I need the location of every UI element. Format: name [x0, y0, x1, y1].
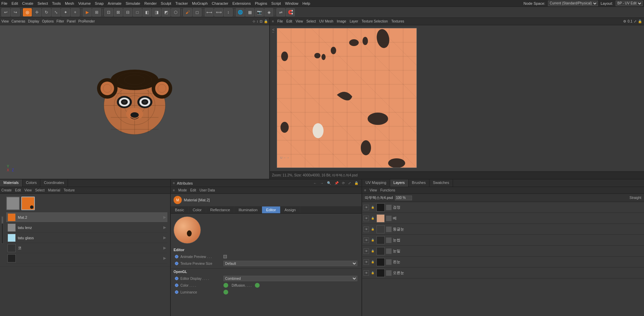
- attr-tab-reflectance[interactable]: Reflectance: [206, 206, 234, 213]
- opacity-input[interactable]: [395, 196, 412, 200]
- cam-btn[interactable]: 📷: [255, 8, 264, 16]
- layer-item-doongleun[interactable]: 👁 🔒 둥글눈: [362, 224, 644, 235]
- tab-coordinates[interactable]: Coordinates: [40, 179, 68, 187]
- scale-tool-button[interactable]: ⤡: [52, 8, 60, 16]
- uv-menu-view[interactable]: View: [296, 19, 303, 23]
- uv-menu-edit[interactable]: Edit: [286, 19, 292, 23]
- layer-item-noonmil[interactable]: 👁 🔒 눈밑: [362, 246, 644, 257]
- attr-tab-assign[interactable]: Assign: [280, 206, 300, 213]
- vp-menu-panel[interactable]: Panel: [67, 19, 76, 23]
- vp-menu-display[interactable]: Display: [28, 19, 39, 23]
- attr-nav-fwd[interactable]: →: [319, 181, 325, 185]
- attr-menu-edit[interactable]: Edit: [190, 188, 196, 192]
- layer-vis-btn-5[interactable]: 👁: [364, 248, 369, 254]
- texture-preview-select[interactable]: Default: [223, 261, 357, 266]
- uv-btn-5[interactable]: ◧: [142, 8, 151, 16]
- vp-menu-filter[interactable]: Filter: [56, 19, 64, 23]
- attr-nav-maximize[interactable]: ⤢: [347, 181, 352, 185]
- menu-tracker[interactable]: Tracker: [175, 1, 188, 5]
- menu-sculpt[interactable]: Sculpt: [161, 1, 172, 5]
- vp-menu-prorender[interactable]: ProRender: [78, 19, 95, 23]
- mat-menu-material[interactable]: Material: [48, 188, 60, 192]
- uv-icon-settings[interactable]: ⚙: [623, 19, 626, 23]
- rotate-tool-button[interactable]: ↻: [42, 8, 51, 16]
- vp-menu-view[interactable]: View: [1, 19, 9, 23]
- animate-preview-radio[interactable]: [175, 255, 178, 258]
- redo-button[interactable]: ↪: [11, 8, 20, 16]
- transform-z-btn[interactable]: ↕: [224, 8, 233, 16]
- layers-menu-view[interactable]: View: [370, 188, 377, 192]
- attr-tab-basic[interactable]: Basic: [171, 206, 189, 213]
- menu-plugins[interactable]: Plugins: [255, 1, 267, 5]
- uv-btn-1[interactable]: ⊡: [104, 8, 113, 16]
- color-radio[interactable]: [175, 284, 178, 287]
- menu-mesh[interactable]: Mesh: [65, 1, 74, 5]
- layer-item-geomjeong[interactable]: 👁 🔒 검정: [362, 202, 644, 213]
- select-tool-button[interactable]: ◎: [23, 8, 32, 16]
- snap-btn[interactable]: 🧲: [286, 8, 295, 16]
- tab-brushes[interactable]: Brushes: [409, 179, 429, 187]
- world-btn[interactable]: 🌐: [236, 8, 245, 16]
- menu-window[interactable]: Window: [285, 1, 298, 5]
- eraser-btn[interactable]: ◻: [193, 8, 202, 16]
- layers-menu-functions[interactable]: Functions: [380, 188, 395, 192]
- tab-layers[interactable]: Layers: [390, 179, 409, 187]
- uv-btn-8[interactable]: ⬡: [171, 8, 180, 16]
- attr-menu-userdata[interactable]: User Data: [200, 188, 215, 192]
- uv-icon-expand[interactable]: ⤢: [634, 19, 636, 23]
- viewport-content[interactable]: Y X Z: [0, 25, 269, 179]
- mat-menu-create[interactable]: Create: [1, 188, 12, 192]
- menu-create[interactable]: Create: [22, 1, 33, 5]
- animate-preview-checkbox[interactable]: [223, 255, 227, 258]
- luminance-dot[interactable]: [223, 290, 228, 295]
- layer-vis-btn-4[interactable]: 👁: [364, 238, 369, 243]
- layer-item-wennoon[interactable]: 👁 🔒 왼눈: [362, 257, 644, 268]
- paint-btn[interactable]: 🖌: [183, 8, 192, 16]
- mat-menu-edit[interactable]: Edit: [15, 188, 21, 192]
- node-space-select[interactable]: Current (Standard/Physical): [548, 1, 598, 6]
- uv-icon-lock[interactable]: 🔒: [638, 19, 642, 23]
- texture-preview-radio[interactable]: [175, 262, 178, 265]
- undo-button[interactable]: ↩: [1, 8, 10, 16]
- layer-lock-btn-1[interactable]: 🔒: [370, 205, 375, 210]
- menu-select[interactable]: Select: [38, 1, 48, 5]
- vp-icon-lock[interactable]: 🔒: [264, 19, 268, 23]
- color-dot[interactable]: [223, 283, 228, 288]
- layer-vis-btn-7[interactable]: 👁: [364, 270, 369, 276]
- vp-icon-1[interactable]: ⊹: [252, 19, 255, 23]
- menu-animate[interactable]: Animate: [108, 1, 121, 5]
- attr-tab-editor[interactable]: Editor: [262, 206, 280, 213]
- material-item-tatu-glass[interactable]: tatu glass ▶: [6, 233, 167, 243]
- attr-nav-back[interactable]: ←: [312, 181, 318, 185]
- material-item-tatu-lenz[interactable]: tatu lenz ▶: [6, 222, 167, 233]
- layer-lock-btn-4[interactable]: 🔒: [370, 238, 375, 243]
- sym-btn[interactable]: ⇌: [276, 8, 285, 16]
- uv-menu-file[interactable]: File: [277, 19, 283, 23]
- material-item-ko[interactable]: 코 ▶: [6, 243, 167, 253]
- layer-lock-btn-5[interactable]: 🔒: [370, 249, 375, 254]
- attr-menu-mode[interactable]: Mode: [178, 188, 187, 192]
- diffusion-dot[interactable]: [255, 283, 260, 288]
- material-item-mat2[interactable]: Mat.2 ▶: [6, 212, 167, 222]
- menu-help[interactable]: Help: [302, 1, 310, 5]
- layer-item-oreunnoon[interactable]: 👁 🔒 오른눈: [362, 268, 644, 278]
- menu-volume[interactable]: Volume: [78, 1, 91, 5]
- menu-tools[interactable]: Tools: [52, 1, 61, 5]
- uv-btn-7[interactable]: ◩: [162, 8, 170, 16]
- menu-mograph[interactable]: MoGraph: [192, 1, 208, 5]
- mat-menu-select[interactable]: Select: [35, 188, 45, 192]
- layer-vis-btn-1[interactable]: 👁: [364, 205, 369, 210]
- attr-tab-illumination[interactable]: Illumination: [234, 206, 262, 213]
- uv-menu-select[interactable]: Select: [306, 19, 316, 23]
- menu-simulate[interactable]: Simulate: [126, 1, 140, 5]
- material-item-5[interactable]: ▶: [6, 253, 167, 263]
- add-tool-button[interactable]: +: [71, 8, 80, 16]
- layer-lock-btn-3[interactable]: 🔒: [370, 227, 375, 232]
- layer-vis-btn-2[interactable]: 👁: [364, 216, 369, 221]
- uv-menu-textures[interactable]: Textures: [391, 19, 404, 23]
- uv-btn-3[interactable]: ⊟: [123, 8, 132, 16]
- layout-select[interactable]: BP - UV Edit: [616, 1, 643, 6]
- move-tool-button[interactable]: ✛: [32, 8, 41, 16]
- vp-icon-2[interactable]: ↕: [257, 19, 258, 23]
- attr-nav-search[interactable]: 🔍: [326, 181, 332, 185]
